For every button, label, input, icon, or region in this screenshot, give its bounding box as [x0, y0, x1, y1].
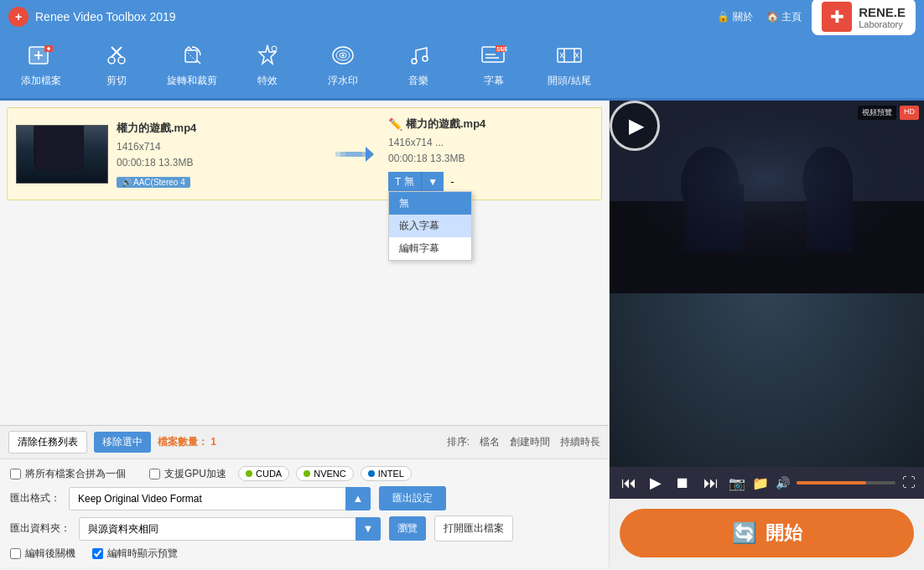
subtitle-dropdown-arrow[interactable]: ▼: [422, 172, 444, 191]
format-select[interactable]: Keep Original Video Format: [69, 487, 371, 510]
video-still: [17, 126, 107, 183]
start-area: 🔄 開始: [610, 499, 924, 567]
renee-logo-name: RENE.E: [859, 5, 906, 19]
add-file-icon: [28, 44, 55, 70]
arrow-area: [330, 142, 380, 167]
subtitle-row: T 無 ▼ 無 嵌入字幕 編輯字幕: [388, 172, 593, 191]
settings-area: 將所有檔案合拼為一個 支援GPU加速 CUDA NVENC INTEL: [0, 459, 609, 567]
clear-task-btn[interactable]: 清除任務列表: [8, 431, 87, 453]
output-filename-wrap: ✏️ 權力的遊戲.mp4: [388, 117, 593, 132]
shutdown-checkbox-label[interactable]: 編輯後關機: [10, 547, 75, 561]
tool-effects[interactable]: 特效: [230, 40, 305, 91]
tool-cut-label: 剪切: [106, 74, 127, 88]
stop-btn[interactable]: ⏹: [672, 473, 693, 494]
last-row: 編輯後關機 編輯時顯示預覽: [10, 547, 599, 561]
open-folder-btn[interactable]: 打開匯出檔案: [434, 516, 513, 542]
gpu-checkbox[interactable]: [149, 469, 160, 479]
svg-point-18: [412, 59, 417, 64]
svg-rect-26: [558, 49, 581, 62]
subtitle-btn-group: T 無 ▼: [388, 172, 444, 191]
tool-rotate-crop[interactable]: 旋轉和裁剪: [154, 40, 230, 91]
play-pause-btn[interactable]: ▶: [646, 472, 665, 494]
fullscreen-btn[interactable]: ⛶: [902, 475, 916, 490]
volume-icon: 🔊: [776, 476, 790, 490]
shutdown-checkbox[interactable]: [10, 548, 21, 559]
format-select-wrap[interactable]: Keep Original Video Format ▲: [69, 487, 371, 510]
bottom-bar: 清除任務列表 移除選中 檔案數量： 1 排序: 檔名 創建時間 持續時長: [0, 425, 609, 459]
svg-marker-12: [259, 45, 276, 64]
folder-select[interactable]: 與源資料夾相同: [79, 517, 381, 541]
file-count-value: 1: [210, 436, 216, 448]
sort-bar: 排序: 檔名 創建時間 持續時長: [447, 435, 600, 449]
video-overlay-top: 視頻預覽 HD: [858, 106, 919, 120]
folder-dropdown-arrow[interactable]: ▼: [356, 517, 381, 541]
browse-btn[interactable]: 瀏覽: [389, 516, 426, 541]
video-scene: 視頻預覽 HD ▶: [610, 101, 924, 467]
format-dropdown-arrow[interactable]: ▲: [345, 487, 371, 510]
skip-back-btn[interactable]: ⏮: [618, 473, 640, 494]
app-title: Renee Video Toolbox 2019: [35, 10, 176, 23]
folder-row: 匯出資料夾： 與源資料夾相同 ▼ 瀏覽 打開匯出檔案: [10, 516, 599, 542]
svg-point-19: [423, 56, 428, 61]
edit-icon: ✏️: [388, 117, 402, 131]
output-resolution: 1416x714 ...: [388, 135, 593, 151]
remove-selected-btn[interactable]: 移除選中: [94, 432, 151, 453]
preview-checkbox-label[interactable]: 編輯時顯示預覽: [92, 547, 178, 561]
file-item[interactable]: 權力的遊戲.mp4 1416x714 00:00:18 13.3MB 🔊 AAC…: [7, 107, 602, 200]
camera-btn[interactable]: 📷: [729, 475, 745, 491]
sort-by-create-time[interactable]: 創建時間: [510, 435, 550, 449]
source-filename: 權力的遊戲.mp4: [117, 121, 321, 136]
renee-logo-sub: Laboratory: [859, 19, 906, 29]
video-display: 視頻預覽 HD ▶: [610, 101, 924, 467]
shutdown-label: 編輯後關機: [25, 547, 75, 561]
audio-tag-wrap: 🔊 AAC(Stereo 4: [117, 175, 321, 188]
open-end-icon: [556, 44, 583, 70]
skip-forward-btn[interactable]: ⏭: [700, 473, 722, 494]
preview-checkbox[interactable]: [92, 548, 103, 559]
subtitle-option-embed[interactable]: 嵌入字幕: [389, 215, 471, 237]
settings-row-1: 將所有檔案合拼為一個 支援GPU加速 CUDA NVENC INTEL: [10, 466, 599, 481]
subtitle-option-edit[interactable]: 編輯字幕: [389, 237, 471, 260]
merge-checkbox-label[interactable]: 將所有檔案合拼為一個: [10, 467, 126, 481]
folder-btn[interactable]: 📁: [752, 475, 769, 491]
toolbar: 添加檔案 剪切 旋轉和裁剪: [0, 34, 924, 101]
tool-open-end[interactable]: 開頭/結尾: [532, 40, 607, 91]
sort-by-duration[interactable]: 持續時長: [560, 435, 600, 449]
gpu-checkbox-label[interactable]: 支援GPU加速: [149, 467, 226, 481]
tool-music-label: 音樂: [408, 74, 428, 88]
cuda-dot: [246, 470, 252, 477]
intel-label: INTEL: [378, 469, 404, 479]
volume-bar[interactable]: [797, 481, 895, 484]
home-link[interactable]: 🏠 主頁: [766, 10, 802, 24]
format-row: 匯出格式： Keep Original Video Format ▲ 匯出設定: [10, 486, 599, 510]
play-button[interactable]: ▶: [610, 101, 660, 151]
title-bar-right: 🔒 關於 🏠 主頁 ✚ RENE.E Laboratory: [717, 0, 916, 35]
video-hd-tag: HD: [900, 106, 919, 120]
output-duration-size: 00:00:18 13.3MB: [388, 151, 593, 167]
source-size: 13.3MB: [158, 157, 193, 168]
subtitle-dropdown[interactable]: T 無 ▼ 無 嵌入字幕 編輯字幕: [388, 172, 444, 191]
tool-cut[interactable]: 剪切: [79, 40, 154, 91]
sort-by-name[interactable]: 檔名: [480, 435, 500, 449]
start-btn[interactable]: 🔄 開始: [620, 509, 914, 557]
tool-music[interactable]: 音樂: [381, 40, 456, 91]
tool-watermark[interactable]: 浮水印: [305, 40, 381, 91]
folder-label: 匯出資料夾：: [10, 521, 70, 536]
about-link[interactable]: 🔒 關於: [717, 10, 752, 24]
nvenc-dot: [304, 470, 310, 477]
tool-subtitle-label: 字幕: [484, 74, 504, 88]
format-label: 匯出格式：: [10, 491, 60, 505]
subtitle-icon: SUB 1: [480, 44, 507, 70]
merge-checkbox[interactable]: [10, 469, 21, 479]
player-controls: ⏮ ▶ ⏹ ⏭ 📷 📁 🔊 ⛶: [610, 467, 924, 499]
subtitle-menu: 無 嵌入字幕 編輯字幕: [388, 191, 472, 261]
tool-add-file[interactable]: 添加檔案: [3, 40, 79, 91]
tool-open-end-label: 開頭/結尾: [548, 74, 590, 88]
export-settings-btn[interactable]: 匯出設定: [379, 486, 446, 510]
svg-line-11: [185, 50, 197, 62]
cuda-label: CUDA: [256, 469, 282, 479]
subtitle-option-none[interactable]: 無: [389, 192, 471, 215]
folder-select-wrap[interactable]: 與源資料夾相同 ▼: [79, 517, 381, 541]
refresh-icon: 🔄: [732, 521, 757, 545]
tool-subtitle[interactable]: SUB 1 字幕: [456, 40, 532, 91]
